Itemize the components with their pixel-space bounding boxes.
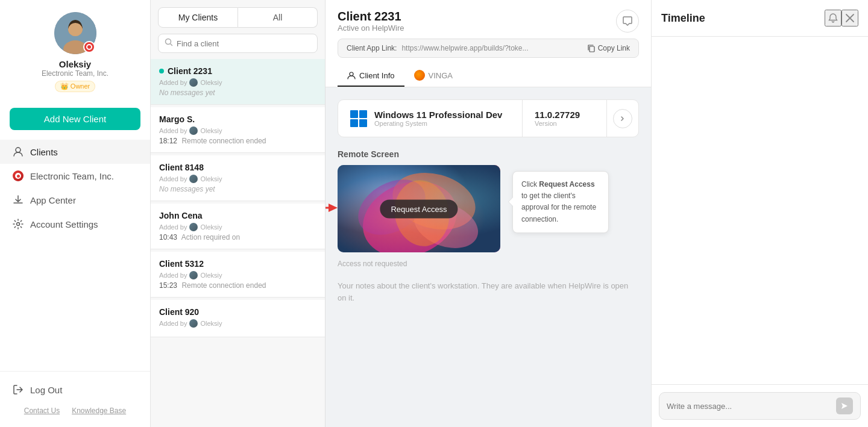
os-card-row: Windows 11 Professional Dev Operating Sy… bbox=[338, 99, 639, 137]
timeline-footer bbox=[652, 384, 868, 427]
sidebar-item-team-label: Electronic Team, Inc. bbox=[30, 171, 114, 181]
client-last-msg: 18:12 Remote connection ended bbox=[159, 137, 316, 145]
os-version-label: Version bbox=[535, 120, 594, 127]
client-item-name: John Cena bbox=[159, 211, 316, 220]
send-button[interactable] bbox=[836, 397, 853, 414]
logout-label: Log Out bbox=[30, 385, 62, 395]
client-item-john-cena[interactable]: John Cena Added by Oleksiy 10:43 Action … bbox=[151, 204, 325, 249]
send-icon bbox=[840, 402, 849, 410]
added-by-avatar bbox=[189, 319, 198, 328]
remote-screen-layout: Request Access Access not requested Clic… bbox=[338, 165, 639, 268]
client-item-margo[interactable]: Margo S. Added by Oleksiy 18:12 Remote c… bbox=[151, 107, 325, 153]
sidebar-item-team[interactable]: Electronic Team, Inc. bbox=[0, 164, 150, 188]
client-last-msg: No messages yet bbox=[159, 89, 316, 97]
svg-point-5 bbox=[17, 223, 20, 226]
client-title: Client 2231 bbox=[338, 10, 404, 23]
request-access-button[interactable]: Request Access bbox=[380, 199, 458, 218]
added-by: Added by Oleksiy bbox=[159, 271, 316, 279]
gear-icon bbox=[12, 218, 24, 230]
timeline-bell-button[interactable] bbox=[825, 10, 841, 26]
sidebar-item-account-settings[interactable]: Account Settings bbox=[0, 212, 150, 236]
svg-point-8 bbox=[350, 72, 353, 76]
added-by-avatar bbox=[189, 78, 198, 87]
add-new-client-button[interactable]: Add New Client bbox=[10, 108, 140, 130]
sidebar-item-clients-label: Clients bbox=[30, 147, 58, 157]
team-icon bbox=[12, 170, 24, 182]
os-name: Windows 11 Professional Dev bbox=[374, 110, 510, 120]
client-header-top: Client 2231 Active on HelpWire bbox=[338, 10, 639, 33]
client-status: Active on HelpWire bbox=[338, 23, 404, 33]
tab-my-clients[interactable]: My Clients bbox=[158, 7, 238, 28]
tab-vinga[interactable]: VINGA bbox=[404, 65, 462, 87]
tooltip-arrow bbox=[509, 198, 513, 206]
search-icon bbox=[165, 38, 173, 49]
message-input[interactable] bbox=[667, 402, 831, 411]
search-wrap bbox=[151, 28, 325, 59]
os-label: Operating System bbox=[374, 120, 510, 127]
timeline-close-button[interactable] bbox=[841, 10, 858, 26]
client-item-name: Client 2231 bbox=[159, 66, 316, 76]
tooltip-bold: Request Access bbox=[539, 180, 594, 189]
client-item-name: Margo S. bbox=[159, 114, 316, 124]
profile-badge: 👑 Owner bbox=[55, 81, 95, 92]
client-item-2231[interactable]: Client 2231 Added by Oleksiy No messages… bbox=[151, 59, 325, 105]
os-version-card: 11.0.27729 Version bbox=[523, 100, 607, 137]
svg-rect-7 bbox=[590, 46, 594, 52]
client-item-8148[interactable]: Client 8148 Added by Oleksiy No messages… bbox=[151, 155, 325, 201]
client-last-msg: 10:43 Action required on bbox=[159, 233, 316, 242]
client-body: Windows 11 Professional Dev Operating Sy… bbox=[326, 87, 651, 427]
windows-icon bbox=[350, 110, 367, 127]
search-input-wrap bbox=[158, 34, 318, 53]
tab-all-clients[interactable]: All bbox=[238, 7, 318, 28]
client-item-5312[interactable]: Client 5312 Added by Oleksiy 15:23 Remot… bbox=[151, 252, 325, 298]
added-by-avatar bbox=[189, 223, 198, 231]
sidebar: Oleksiy Electronic Team, Inc. 👑 Owner Ad… bbox=[0, 0, 151, 427]
knowledge-base-link[interactable]: Knowledge Base bbox=[72, 407, 126, 415]
client-detail-tabs: Client Info VINGA bbox=[338, 65, 639, 87]
client-app-link: Client App Link: https://www.helpwire.ap… bbox=[338, 39, 639, 58]
client-tabs: My Clients All bbox=[151, 0, 325, 28]
svg-point-6 bbox=[166, 39, 171, 45]
client-last-msg: 15:23 Remote connection ended bbox=[159, 281, 316, 290]
chevron-area bbox=[607, 100, 638, 137]
search-input[interactable] bbox=[177, 39, 311, 48]
svg-marker-10 bbox=[329, 204, 338, 212]
remote-screen-section: Remote Screen bbox=[338, 149, 639, 268]
screen-container: Request Access bbox=[338, 165, 500, 252]
copy-link-button[interactable]: Copy Link bbox=[587, 44, 630, 52]
client-item-name: Client 5312 bbox=[159, 259, 316, 269]
client-list-panel: My Clients All Client 2231 Added by Olek… bbox=[151, 0, 326, 427]
client-list: Client 2231 Added by Oleksiy No messages… bbox=[151, 59, 325, 427]
logout-icon bbox=[12, 384, 24, 396]
request-access-tooltip: Click Request Access to get the client's… bbox=[512, 171, 609, 233]
os-version-info: 11.0.27729 Version bbox=[535, 110, 594, 127]
red-arrow bbox=[326, 201, 338, 217]
chat-icon bbox=[622, 16, 633, 26]
contact-us-link[interactable]: Contact Us bbox=[24, 407, 60, 415]
sidebar-item-clients[interactable]: Clients bbox=[0, 140, 150, 164]
svg-point-4 bbox=[16, 148, 20, 152]
client-item-920[interactable]: Client 920 Added by Oleksiy bbox=[151, 300, 325, 337]
client-item-name: Client 920 bbox=[159, 307, 316, 317]
timeline-panel: Timeline bbox=[651, 0, 868, 427]
tab-client-info[interactable]: Client Info bbox=[338, 65, 404, 87]
os-version: 11.0.27729 bbox=[535, 110, 594, 120]
sidebar-footer: Contact Us Knowledge Base bbox=[0, 402, 150, 415]
chevron-right-button[interactable] bbox=[613, 109, 632, 128]
client-item-name: Client 8148 bbox=[159, 163, 316, 172]
bell-icon bbox=[828, 13, 838, 23]
added-by-avatar bbox=[189, 175, 198, 183]
added-by-avatar bbox=[189, 271, 198, 279]
sidebar-item-app-center-label: App Center bbox=[30, 195, 76, 205]
sidebar-item-app-center[interactable]: App Center bbox=[0, 188, 150, 212]
logout-button[interactable]: Log Out bbox=[0, 378, 150, 402]
copy-icon bbox=[587, 44, 596, 52]
chat-icon-button[interactable] bbox=[616, 10, 639, 33]
app-link-url: https://www.helpwire.app/builds/?toke... bbox=[401, 44, 528, 52]
client-header: Client 2231 Active on HelpWire Client Ap… bbox=[326, 0, 651, 87]
vinga-avatar bbox=[414, 70, 425, 81]
profile-name: Oleksiy bbox=[59, 59, 91, 69]
remote-screen-title: Remote Screen bbox=[338, 149, 639, 159]
sidebar-nav: Clients Electronic Team, Inc. App Center bbox=[0, 140, 150, 371]
added-by-avatar bbox=[189, 126, 198, 135]
